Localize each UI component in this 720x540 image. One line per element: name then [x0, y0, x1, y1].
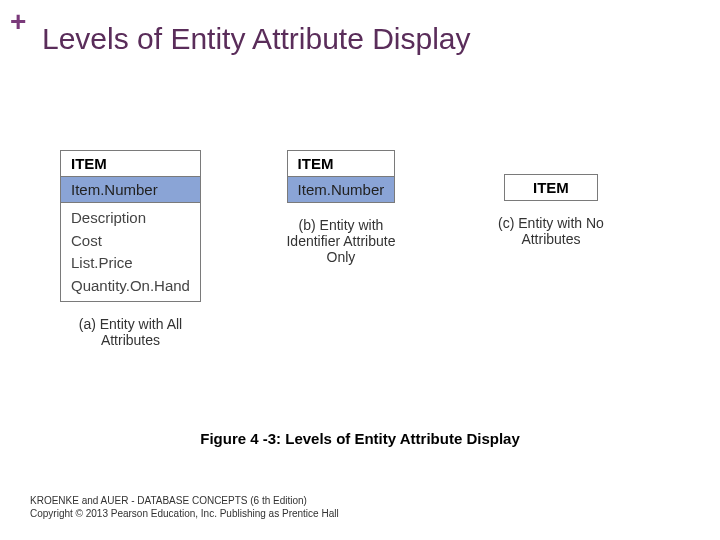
entity-col-a: ITEM Item.Number Description Cost List.P… — [60, 150, 201, 348]
entity-head-b: ITEM — [287, 151, 395, 177]
entity-head-a: ITEM — [61, 151, 201, 177]
entity-attributes-a: Description Cost List.Price Quantity.On.… — [61, 203, 201, 302]
page-title: Levels of Entity Attribute Display — [42, 22, 471, 56]
caption-c: (c) Entity with No Attributes — [481, 215, 621, 247]
footer-line2: Copyright © 2013 Pearson Education, Inc.… — [30, 507, 339, 520]
entity-head-c: ITEM — [505, 175, 598, 201]
footer: KROENKE and AUER - DATABASE CONCEPTS (6 … — [30, 494, 339, 520]
entity-table-a: ITEM Item.Number Description Cost List.P… — [60, 150, 201, 302]
entity-col-b: ITEM Item.Number (b) Entity with Identif… — [271, 150, 411, 265]
caption-b: (b) Entity with Identifier Attribute Onl… — [271, 217, 411, 265]
entity-table-b: ITEM Item.Number — [287, 150, 396, 203]
entity-col-c: ITEM (c) Entity with No Attributes — [481, 150, 621, 247]
plus-icon: + — [10, 8, 26, 36]
footer-line1: KROENKE and AUER - DATABASE CONCEPTS (6 … — [30, 494, 339, 507]
entity-identifier-b: Item.Number — [287, 177, 395, 203]
entity-table-c: ITEM — [504, 174, 598, 201]
diagram-area: ITEM Item.Number Description Cost List.P… — [60, 150, 690, 348]
entity-identifier-a: Item.Number — [61, 177, 201, 203]
caption-a: (a) Entity with All Attributes — [60, 316, 200, 348]
figure-label: Figure 4 -3: Levels of Entity Attribute … — [0, 430, 720, 447]
